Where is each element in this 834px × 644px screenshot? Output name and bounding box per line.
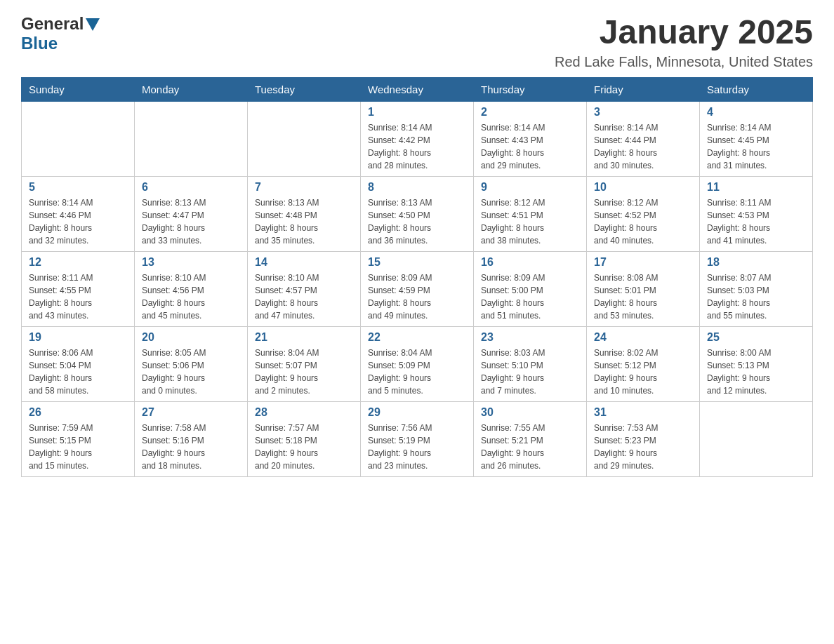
- svg-marker-0: [86, 18, 100, 31]
- calendar-cell: [248, 101, 361, 176]
- calendar-cell: 26Sunrise: 7:59 AMSunset: 5:15 PMDayligh…: [22, 401, 135, 476]
- day-number: 2: [481, 106, 579, 119]
- calendar-cell: 23Sunrise: 8:03 AMSunset: 5:10 PMDayligh…: [474, 326, 587, 401]
- day-number: 5: [29, 181, 127, 194]
- calendar-cell: 27Sunrise: 7:58 AMSunset: 5:16 PMDayligh…: [135, 401, 248, 476]
- day-info: Sunrise: 8:09 AMSunset: 5:00 PMDaylight:…: [481, 271, 579, 322]
- calendar-header-sunday: Sunday: [22, 77, 135, 101]
- day-info: Sunrise: 8:14 AMSunset: 4:44 PMDaylight:…: [594, 121, 692, 172]
- day-number: 14: [255, 256, 353, 269]
- logo-general-text: General: [21, 14, 84, 34]
- day-number: 6: [142, 181, 240, 194]
- day-info: Sunrise: 8:12 AMSunset: 4:51 PMDaylight:…: [481, 196, 579, 247]
- day-number: 3: [594, 106, 692, 119]
- calendar-cell: [135, 101, 248, 176]
- logo-blue-text: Blue: [21, 34, 58, 53]
- calendar-cell: 2Sunrise: 8:14 AMSunset: 4:43 PMDaylight…: [474, 101, 587, 176]
- calendar-cell: 6Sunrise: 8:13 AMSunset: 4:47 PMDaylight…: [135, 176, 248, 251]
- calendar-header-monday: Monday: [135, 77, 248, 101]
- calendar-cell: 16Sunrise: 8:09 AMSunset: 5:00 PMDayligh…: [474, 251, 587, 326]
- calendar-header-thursday: Thursday: [474, 77, 587, 101]
- day-info: Sunrise: 8:13 AMSunset: 4:48 PMDaylight:…: [255, 196, 353, 247]
- day-info: Sunrise: 8:05 AMSunset: 5:06 PMDaylight:…: [142, 347, 240, 397]
- day-info: Sunrise: 8:08 AMSunset: 5:01 PMDaylight:…: [594, 271, 692, 322]
- day-info: Sunrise: 8:14 AMSunset: 4:43 PMDaylight:…: [481, 121, 579, 172]
- day-info: Sunrise: 7:58 AMSunset: 5:16 PMDaylight:…: [142, 422, 240, 472]
- calendar-header-row: SundayMondayTuesdayWednesdayThursdayFrid…: [22, 77, 813, 101]
- calendar-cell: 29Sunrise: 7:56 AMSunset: 5:19 PMDayligh…: [361, 401, 474, 476]
- day-number: 26: [29, 406, 127, 419]
- day-number: 24: [594, 331, 692, 344]
- calendar-cell: 25Sunrise: 8:00 AMSunset: 5:13 PMDayligh…: [700, 326, 813, 401]
- calendar-cell: 3Sunrise: 8:14 AMSunset: 4:44 PMDaylight…: [587, 101, 700, 176]
- day-number: 25: [707, 331, 805, 344]
- day-info: Sunrise: 8:06 AMSunset: 5:04 PMDaylight:…: [29, 347, 127, 397]
- day-info: Sunrise: 8:09 AMSunset: 4:59 PMDaylight:…: [368, 271, 466, 322]
- day-number: 20: [142, 331, 240, 344]
- day-number: 1: [368, 106, 466, 119]
- day-info: Sunrise: 8:07 AMSunset: 5:03 PMDaylight:…: [707, 271, 805, 322]
- calendar-cell: 28Sunrise: 7:57 AMSunset: 5:18 PMDayligh…: [248, 401, 361, 476]
- calendar-cell: 22Sunrise: 8:04 AMSunset: 5:09 PMDayligh…: [361, 326, 474, 401]
- day-info: Sunrise: 8:10 AMSunset: 4:56 PMDaylight:…: [142, 271, 240, 322]
- calendar-header-saturday: Saturday: [700, 77, 813, 101]
- day-number: 31: [594, 406, 692, 419]
- month-title: January 2025: [555, 14, 813, 51]
- page-header: General Blue January 2025 Red Lake Falls…: [21, 14, 813, 70]
- calendar-cell: 8Sunrise: 8:13 AMSunset: 4:50 PMDaylight…: [361, 176, 474, 251]
- day-number: 16: [481, 256, 579, 269]
- calendar-cell: 15Sunrise: 8:09 AMSunset: 4:59 PMDayligh…: [361, 251, 474, 326]
- day-number: 17: [594, 256, 692, 269]
- day-info: Sunrise: 7:53 AMSunset: 5:23 PMDaylight:…: [594, 422, 692, 472]
- logo: General Blue: [21, 14, 100, 53]
- calendar-table: SundayMondayTuesdayWednesdayThursdayFrid…: [21, 77, 813, 477]
- day-number: 19: [29, 331, 127, 344]
- day-number: 18: [707, 256, 805, 269]
- day-info: Sunrise: 8:02 AMSunset: 5:12 PMDaylight:…: [594, 347, 692, 397]
- calendar-week-4: 19Sunrise: 8:06 AMSunset: 5:04 PMDayligh…: [22, 326, 813, 401]
- calendar-week-1: 1Sunrise: 8:14 AMSunset: 4:42 PMDaylight…: [22, 101, 813, 176]
- day-number: 15: [368, 256, 466, 269]
- day-number: 21: [255, 331, 353, 344]
- day-info: Sunrise: 8:11 AMSunset: 4:53 PMDaylight:…: [707, 196, 805, 247]
- calendar-cell: 14Sunrise: 8:10 AMSunset: 4:57 PMDayligh…: [248, 251, 361, 326]
- day-number: 12: [29, 256, 127, 269]
- day-number: 7: [255, 181, 353, 194]
- calendar-cell: 20Sunrise: 8:05 AMSunset: 5:06 PMDayligh…: [135, 326, 248, 401]
- logo-triangle-icon: [86, 18, 100, 31]
- calendar-cell: 10Sunrise: 8:12 AMSunset: 4:52 PMDayligh…: [587, 176, 700, 251]
- day-number: 28: [255, 406, 353, 419]
- calendar-cell: 11Sunrise: 8:11 AMSunset: 4:53 PMDayligh…: [700, 176, 813, 251]
- day-number: 4: [707, 106, 805, 119]
- calendar-cell: 18Sunrise: 8:07 AMSunset: 5:03 PMDayligh…: [700, 251, 813, 326]
- calendar-week-5: 26Sunrise: 7:59 AMSunset: 5:15 PMDayligh…: [22, 401, 813, 476]
- day-info: Sunrise: 7:55 AMSunset: 5:21 PMDaylight:…: [481, 422, 579, 472]
- calendar-cell: 31Sunrise: 7:53 AMSunset: 5:23 PMDayligh…: [587, 401, 700, 476]
- calendar-week-3: 12Sunrise: 8:11 AMSunset: 4:55 PMDayligh…: [22, 251, 813, 326]
- day-number: 9: [481, 181, 579, 194]
- calendar-header-wednesday: Wednesday: [361, 77, 474, 101]
- day-info: Sunrise: 8:14 AMSunset: 4:46 PMDaylight:…: [29, 196, 127, 247]
- calendar-cell: 7Sunrise: 8:13 AMSunset: 4:48 PMDaylight…: [248, 176, 361, 251]
- calendar-week-2: 5Sunrise: 8:14 AMSunset: 4:46 PMDaylight…: [22, 176, 813, 251]
- calendar-cell: 19Sunrise: 8:06 AMSunset: 5:04 PMDayligh…: [22, 326, 135, 401]
- day-number: 27: [142, 406, 240, 419]
- calendar-cell: 12Sunrise: 8:11 AMSunset: 4:55 PMDayligh…: [22, 251, 135, 326]
- day-info: Sunrise: 7:57 AMSunset: 5:18 PMDaylight:…: [255, 422, 353, 472]
- day-info: Sunrise: 8:14 AMSunset: 4:42 PMDaylight:…: [368, 121, 466, 172]
- day-number: 13: [142, 256, 240, 269]
- day-info: Sunrise: 8:04 AMSunset: 5:07 PMDaylight:…: [255, 347, 353, 397]
- day-number: 30: [481, 406, 579, 419]
- calendar-cell: 24Sunrise: 8:02 AMSunset: 5:12 PMDayligh…: [587, 326, 700, 401]
- calendar-cell: 5Sunrise: 8:14 AMSunset: 4:46 PMDaylight…: [22, 176, 135, 251]
- day-info: Sunrise: 8:14 AMSunset: 4:45 PMDaylight:…: [707, 121, 805, 172]
- calendar-cell: [700, 401, 813, 476]
- day-number: 10: [594, 181, 692, 194]
- day-number: 23: [481, 331, 579, 344]
- calendar-cell: 1Sunrise: 8:14 AMSunset: 4:42 PMDaylight…: [361, 101, 474, 176]
- day-info: Sunrise: 7:59 AMSunset: 5:15 PMDaylight:…: [29, 422, 127, 472]
- day-number: 22: [368, 331, 466, 344]
- title-block: January 2025 Red Lake Falls, Minnesota, …: [555, 14, 813, 70]
- day-info: Sunrise: 8:13 AMSunset: 4:50 PMDaylight:…: [368, 196, 466, 247]
- calendar-cell: 9Sunrise: 8:12 AMSunset: 4:51 PMDaylight…: [474, 176, 587, 251]
